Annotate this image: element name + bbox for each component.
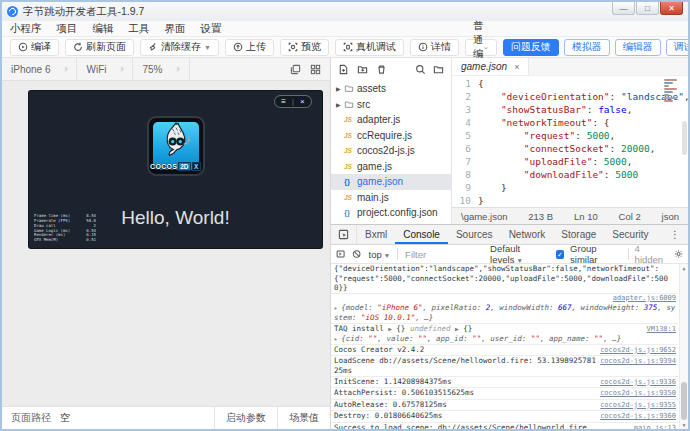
screenshot-icon[interactable] (290, 64, 301, 75)
inspect-element-button[interactable] (331, 225, 357, 244)
new-file-icon[interactable] (338, 64, 349, 75)
details-button[interactable]: 详情 (410, 39, 459, 56)
minimize-button[interactable]: — (612, 2, 635, 15)
tree-caret-icon[interactable]: ▶ (336, 101, 344, 108)
menu-item-0[interactable]: 小程序 (10, 22, 42, 36)
tree-item-game-json[interactable]: {}game.json (331, 174, 451, 190)
source-link[interactable]: adapter.js:6009 (613, 294, 678, 304)
code-line: { (478, 77, 688, 90)
titlebar: 字节跳动开发者工具-1.9.7 — □ ✕ (2, 2, 688, 21)
source-link[interactable]: cocos2d-js.js:9394 (600, 357, 678, 367)
window-title: 字节跳动开发者工具-1.9.7 (23, 5, 144, 19)
tree-item-src[interactable]: ▶src (331, 97, 451, 113)
capsule-close-icon[interactable]: × (300, 98, 305, 106)
phone-screen[interactable]: ≡ | × (29, 91, 322, 248)
preview-button[interactable]: 预览 (280, 39, 329, 56)
trash-icon[interactable] (376, 64, 387, 75)
editor-scrollbar-thumb[interactable] (682, 121, 687, 155)
more-menu-icon[interactable]: ⋮ (662, 225, 688, 244)
tree-item-label: game.json (357, 176, 403, 187)
hidden-count: 4 hidden (635, 243, 668, 265)
log-levels-select[interactable]: Default levels▼ (490, 243, 550, 265)
source-link[interactable]: main.js:13 (634, 424, 678, 429)
tree-item-ccRequire-js[interactable]: JSccRequire.js (331, 128, 451, 144)
devtools-tab-sources[interactable]: Sources (448, 225, 501, 244)
source-link[interactable]: cocos2d-js.js:9350 (600, 389, 678, 399)
settings-gear-icon[interactable] (674, 249, 683, 259)
tree-caret-icon[interactable]: ▶ (336, 85, 344, 92)
console-entry: LoadScene db://assets/Scene/helloworld.f… (331, 356, 678, 376)
compile-mode-select[interactable]: 普通编译 ⌄ (465, 39, 497, 56)
source-link[interactable]: cocos2d-js.js:9336 (600, 378, 678, 388)
tree-item-adapter-js[interactable]: JSadapter.js (331, 112, 451, 128)
tab-close-icon[interactable]: × (514, 62, 519, 72)
code-area[interactable]: 12345678910 { "deviceOrientation": "land… (452, 76, 688, 207)
clear-cache-button[interactable]: 清除缓存 ▼ (140, 39, 219, 56)
network-select[interactable]: WiFi› (77, 58, 133, 80)
console-scrollbar-thumb[interactable] (681, 382, 687, 420)
zoom-select[interactable]: 75%› (133, 58, 189, 80)
scroll-down-icon[interactable]: ▼ (680, 422, 688, 428)
upload-button[interactable]: 上传 (225, 39, 274, 56)
editor-button[interactable]: 编辑器 (615, 39, 661, 56)
line-number: 10 (452, 194, 471, 207)
debugger-button[interactable]: 调试器 (666, 39, 690, 56)
device-select[interactable]: iPhone 6› (2, 58, 77, 80)
capsule-menu-icon[interactable]: ≡ (281, 98, 286, 106)
close-button[interactable]: ✕ (660, 2, 683, 15)
console-scrollbar[interactable]: ▲ ▼ (679, 264, 688, 429)
console-toolbar: top▼ Default levels▼ ✓ Group similar 4 h… (331, 245, 688, 264)
menu-item-2[interactable]: 编辑 (93, 22, 114, 36)
capsule-divider: | (292, 98, 294, 105)
open-folder-icon[interactable] (433, 64, 444, 75)
scroll-up-icon[interactable]: ▲ (680, 265, 688, 271)
tree-item-assets[interactable]: ▶assets (331, 81, 451, 97)
tree-item-game-js[interactable]: JSgame.js (331, 159, 451, 175)
devtools-tabbar: BxmlConsoleSourcesNetworkStorageSecurity… (331, 225, 688, 245)
refresh-page-button[interactable]: 刷新页面 (65, 39, 134, 56)
devtools-tab-bxml[interactable]: Bxml (357, 225, 395, 244)
inspect-icon (338, 229, 349, 240)
devtools-tab-security[interactable]: Security (604, 225, 656, 244)
simulator-button[interactable]: 模拟器 (564, 39, 610, 56)
compile-button[interactable]: 编译 (10, 39, 59, 56)
compile-icon (18, 42, 28, 52)
context-select[interactable]: top▼ (369, 249, 391, 260)
console-log[interactable]: {"deviceOrientation":"landscape","showSt… (331, 264, 688, 429)
grid-icon[interactable] (310, 64, 321, 75)
console-sidebar-icon[interactable] (336, 249, 345, 259)
menu-item-4[interactable]: 界面 (165, 22, 186, 36)
new-folder-icon[interactable] (357, 64, 368, 75)
scene-value-button[interactable]: 场景值 (277, 407, 330, 429)
tree-item-main-js[interactable]: JSmain.js (331, 190, 451, 206)
source-link[interactable]: VM138:1 (646, 325, 678, 335)
devtools-tab-network[interactable]: Network (501, 225, 554, 244)
tree-item-project-config-json[interactable]: {}project.config.json (331, 205, 451, 221)
devtools-tab-storage[interactable]: Storage (553, 225, 604, 244)
maximize-button[interactable]: □ (636, 2, 659, 15)
console-entry: TAQ install ▶ {} undefined ▶ {}VM138:1 (331, 324, 678, 335)
tree-item-cocos2d-js-js[interactable]: JScocos2d-js.js (331, 143, 451, 159)
devtools-tab-console[interactable]: Console (395, 225, 448, 244)
menu-item-5[interactable]: 设置 (201, 22, 222, 36)
search-icon[interactable] (415, 64, 426, 75)
menu-item-3[interactable]: 工具 (129, 22, 150, 36)
simulator-panel: iPhone 6› WiFi› 75%› ≡ | × (2, 58, 331, 429)
console-entry: AttachPersist: 0.506103515625mscocos2d-j… (331, 388, 678, 400)
launch-params-button[interactable]: 启动参数 (214, 407, 277, 429)
menu-item-1[interactable]: 项目 (57, 22, 78, 36)
source-link[interactable]: cocos2d-js.js:9652 (600, 346, 678, 356)
feedback-button[interactable]: 问题反馈 (503, 39, 559, 56)
filter-input[interactable] (405, 249, 483, 260)
source-link[interactable]: cocos2d-js.js:9355 (600, 401, 678, 411)
tab-game-json[interactable]: game.json × (452, 58, 529, 75)
group-similar-checkbox[interactable]: ✓ (556, 250, 564, 259)
cocos-creature-icon (156, 121, 196, 163)
chevron-down-icon: ⌄ (483, 43, 489, 51)
line-number: 2 (452, 90, 471, 103)
js-file-icon: JS (344, 116, 357, 123)
remote-debug-button[interactable]: 真机调试 (335, 39, 404, 56)
clear-console-icon[interactable] (352, 249, 361, 259)
source-link[interactable]: cocos2d-js.js:9360 (600, 412, 678, 422)
json-file-icon: {} (344, 208, 357, 217)
